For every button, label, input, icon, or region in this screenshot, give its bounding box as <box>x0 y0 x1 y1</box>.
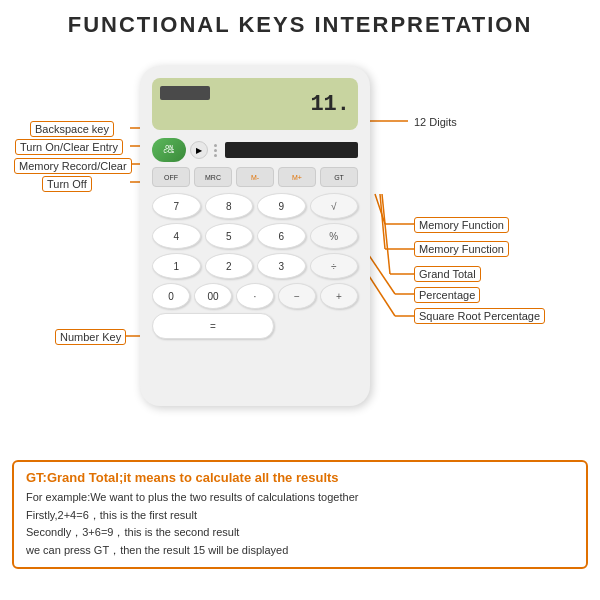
btn-minus[interactable]: − <box>278 283 316 309</box>
gt-button[interactable]: GT <box>320 167 358 187</box>
btn-equals[interactable]: = <box>152 313 274 339</box>
btn-divide[interactable]: ÷ <box>310 253 359 279</box>
btn-0[interactable]: 0 <box>152 283 190 309</box>
bottom-row: 0 00 · − + <box>152 283 358 309</box>
display-value: 11. <box>310 92 350 117</box>
info-line-2: Firstly,2+4=6，this is the first result <box>26 507 574 525</box>
svg-line-13 <box>375 194 385 224</box>
btn-6[interactable]: 6 <box>257 223 306 249</box>
speaker-dots <box>214 144 217 157</box>
btn-7[interactable]: 7 <box>152 193 201 219</box>
top-control-row: ON C·CE ▶ <box>152 138 358 162</box>
number-grid: 7 8 9 √ 4 5 6 % 1 2 3 ÷ <box>152 193 358 279</box>
info-line-3: Secondly，3+6=9，this is the second result <box>26 524 574 542</box>
btn-2[interactable]: 2 <box>205 253 254 279</box>
btn-9[interactable]: 9 <box>257 193 306 219</box>
btn-sqrt[interactable]: √ <box>310 193 359 219</box>
btn-dot[interactable]: · <box>236 283 274 309</box>
info-line-1: For example:We want to plus the two resu… <box>26 489 574 507</box>
svg-line-15 <box>380 194 385 249</box>
function-row: OFF MRC M- M+ GT <box>152 167 358 187</box>
m-plus-button[interactable]: M+ <box>278 167 316 187</box>
backspace-key-label: Backspace key <box>30 119 114 137</box>
on-button[interactable]: ON C·CE <box>152 138 186 162</box>
square-root-pct-label: Square Root Percentage <box>414 306 545 324</box>
page-title: FUNCTIONAL KEYS INTERPRETATION <box>0 0 600 46</box>
btn-4[interactable]: 4 <box>152 223 201 249</box>
info-box: GT:Grand Total;it means to calculate all… <box>12 460 588 569</box>
svg-line-17 <box>382 194 390 274</box>
display-bar <box>225 142 358 158</box>
btn-plus[interactable]: + <box>320 283 358 309</box>
memory-function-1-label: Memory Function <box>414 215 509 233</box>
number-key-label: Number Key <box>55 327 126 345</box>
btn-1[interactable]: 1 <box>152 253 201 279</box>
m-minus-button[interactable]: M- <box>236 167 274 187</box>
diagram-area: Backspace key Turn On/Clear Entry Memory… <box>0 46 600 456</box>
turn-off-label: Turn Off <box>42 174 92 192</box>
mrc-button[interactable]: MRC <box>194 167 232 187</box>
percentage-label: Percentage <box>414 285 480 303</box>
twelve-digits-label: 12 Digits <box>414 112 457 130</box>
turn-on-clear-label: Turn On/Clear Entry <box>15 137 123 155</box>
btn-pct[interactable]: % <box>310 223 359 249</box>
info-title: GT:Grand Total;it means to calculate all… <box>26 470 574 485</box>
grand-total-label: Grand Total <box>414 264 481 282</box>
memory-function-2-label: Memory Function <box>414 239 509 257</box>
btn-5[interactable]: 5 <box>205 223 254 249</box>
info-line-4: we can press GT，then the result 15 will … <box>26 542 574 560</box>
solar-panel <box>160 86 210 100</box>
calculator-display: 11. <box>152 78 358 130</box>
last-row: = <box>152 313 358 339</box>
memory-record-label: Memory Record/Clear <box>14 156 132 174</box>
play-button[interactable]: ▶ <box>190 141 208 159</box>
btn-8[interactable]: 8 <box>205 193 254 219</box>
off-button[interactable]: OFF <box>152 167 190 187</box>
calculator: 11. ON C·CE ▶ OFF MRC M- M+ GT <box>140 66 370 406</box>
btn-00[interactable]: 00 <box>194 283 232 309</box>
btn-3[interactable]: 3 <box>257 253 306 279</box>
